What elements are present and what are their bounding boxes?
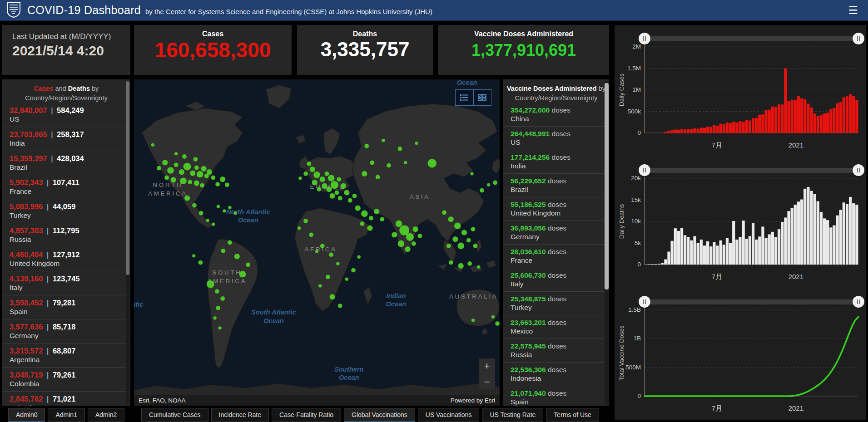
case-marker[interactable] bbox=[355, 206, 361, 211]
case-marker[interactable] bbox=[449, 260, 453, 265]
case-marker[interactable] bbox=[190, 171, 195, 176]
case-marker[interactable] bbox=[212, 222, 215, 226]
slider-right-handle[interactable] bbox=[853, 296, 864, 308]
vaccine-list-row[interactable]: 22,575,945 dosesRussia bbox=[503, 339, 609, 363]
slider-left-handle[interactable] bbox=[639, 296, 650, 308]
case-marker[interactable] bbox=[487, 183, 490, 186]
case-marker[interactable] bbox=[313, 172, 320, 178]
case-marker[interactable] bbox=[448, 216, 454, 222]
case-marker[interactable] bbox=[338, 304, 342, 308]
cases-list-row[interactable]: 3,598,452 | 79,281Spain bbox=[2, 295, 130, 319]
case-marker[interactable] bbox=[174, 152, 178, 155]
cases-list-row[interactable]: 5,902,343 | 107,411France bbox=[2, 175, 130, 199]
case-marker[interactable] bbox=[471, 319, 475, 322]
slider-right-handle[interactable] bbox=[853, 164, 864, 176]
case-marker[interactable] bbox=[398, 147, 402, 151]
vaccine-list-row[interactable]: 354,272,000 dosesChina bbox=[503, 103, 609, 127]
vaccine-list-scrollbar-thumb[interactable] bbox=[605, 83, 609, 290]
case-marker[interactable] bbox=[345, 278, 348, 281]
vaccine-list-row[interactable]: 55,186,525 dosesUnited Kingdom bbox=[503, 197, 609, 221]
case-marker[interactable] bbox=[220, 177, 225, 182]
case-marker[interactable] bbox=[417, 234, 422, 238]
vaccine-list-row[interactable]: 23,663,201 dosesMexico bbox=[503, 315, 609, 339]
case-marker[interactable] bbox=[404, 161, 407, 164]
slider-track[interactable] bbox=[645, 168, 858, 173]
case-marker[interactable] bbox=[491, 315, 495, 319]
case-marker[interactable] bbox=[398, 240, 405, 247]
case-marker[interactable] bbox=[328, 175, 335, 182]
zoom-out-button[interactable]: − bbox=[479, 374, 495, 389]
case-marker[interactable] bbox=[406, 233, 414, 241]
case-marker[interactable] bbox=[467, 261, 472, 266]
case-marker[interactable] bbox=[382, 139, 385, 142]
cases-list-row[interactable]: 23,703,665 | 258,317India bbox=[2, 127, 130, 151]
case-marker[interactable] bbox=[310, 167, 315, 172]
case-marker[interactable] bbox=[228, 240, 232, 245]
case-marker[interactable] bbox=[199, 211, 203, 216]
case-marker[interactable] bbox=[336, 262, 339, 265]
case-marker[interactable] bbox=[458, 263, 464, 269]
case-marker[interactable] bbox=[454, 222, 461, 229]
case-marker[interactable] bbox=[446, 244, 451, 248]
case-marker[interactable] bbox=[309, 232, 313, 237]
case-marker[interactable] bbox=[200, 183, 204, 188]
cases-list-row[interactable]: 32,840,007 | 584,249US bbox=[2, 103, 130, 127]
case-marker[interactable] bbox=[338, 196, 342, 201]
slider-track[interactable] bbox=[645, 299, 858, 304]
cases-list-scrollbar-thumb[interactable] bbox=[126, 81, 129, 275]
case-marker[interactable] bbox=[211, 176, 216, 180]
case-marker[interactable] bbox=[322, 183, 327, 189]
case-marker[interactable] bbox=[225, 182, 229, 187]
case-marker[interactable] bbox=[495, 321, 500, 326]
time-range-slider[interactable] bbox=[645, 298, 858, 305]
case-marker[interactable] bbox=[367, 226, 372, 231]
cases-list-row[interactable]: 3,215,572 | 68,807Argentina bbox=[2, 343, 130, 368]
case-marker[interactable] bbox=[217, 205, 220, 208]
time-range-slider[interactable] bbox=[645, 35, 858, 42]
case-marker[interactable] bbox=[457, 243, 464, 250]
case-marker[interactable] bbox=[320, 244, 325, 248]
case-marker[interactable] bbox=[413, 226, 418, 232]
slider-right-handle[interactable] bbox=[853, 33, 864, 44]
case-marker[interactable] bbox=[180, 177, 187, 184]
case-marker[interactable] bbox=[239, 271, 246, 278]
slider-left-handle[interactable] bbox=[639, 164, 650, 176]
vaccine-list-row[interactable]: 56,229,652 dosesBrazil bbox=[503, 174, 609, 197]
case-marker[interactable] bbox=[234, 211, 237, 215]
vaccine-list-row[interactable]: 25,348,875 dosesTurkey bbox=[503, 292, 609, 315]
case-marker[interactable] bbox=[182, 154, 187, 159]
case-marker[interactable] bbox=[387, 163, 391, 168]
tab-case-fatality-ratio[interactable]: Case-Fatality Ratio bbox=[272, 408, 341, 422]
cases-list-row[interactable]: 4,857,303 | 112,795Russia bbox=[2, 223, 130, 247]
case-marker[interactable] bbox=[171, 177, 176, 182]
case-marker[interactable] bbox=[220, 296, 225, 301]
case-marker[interactable] bbox=[341, 183, 346, 189]
world-map[interactable]: NORTHAMERICAEUROPEASIAAFRICASOUTHAMERICA… bbox=[134, 79, 500, 406]
tab-terms-of-use[interactable]: Terms of Use bbox=[546, 408, 599, 422]
case-marker[interactable] bbox=[234, 254, 240, 259]
case-marker[interactable] bbox=[415, 142, 418, 145]
case-marker[interactable] bbox=[221, 249, 225, 253]
case-marker[interactable] bbox=[192, 254, 195, 257]
case-marker[interactable] bbox=[206, 219, 209, 222]
case-marker[interactable] bbox=[361, 211, 368, 217]
vaccine-list-row[interactable]: 28,036,610 dosesFrance bbox=[503, 245, 609, 268]
case-marker[interactable] bbox=[331, 181, 338, 189]
case-marker[interactable] bbox=[352, 194, 357, 198]
case-marker[interactable] bbox=[396, 221, 402, 227]
hamburger-menu-icon[interactable]: ☰ bbox=[848, 5, 858, 16]
case-marker[interactable] bbox=[216, 306, 221, 310]
case-marker[interactable] bbox=[466, 238, 471, 243]
case-marker[interactable] bbox=[320, 177, 325, 182]
vaccine-list-row[interactable]: 25,606,730 dosesItaly bbox=[503, 268, 609, 292]
vaccine-list-row[interactable]: 22,536,306 dosesIndonesia bbox=[503, 363, 609, 386]
case-marker[interactable] bbox=[298, 226, 301, 230]
case-marker[interactable] bbox=[197, 171, 203, 178]
case-marker[interactable] bbox=[461, 230, 467, 235]
tab-global-vaccinations[interactable]: Global Vaccinations bbox=[344, 408, 415, 422]
case-marker[interactable] bbox=[193, 157, 198, 162]
case-marker[interactable] bbox=[151, 143, 154, 147]
case-marker[interactable] bbox=[326, 275, 330, 279]
case-marker[interactable] bbox=[198, 260, 203, 265]
case-marker[interactable] bbox=[157, 166, 161, 171]
